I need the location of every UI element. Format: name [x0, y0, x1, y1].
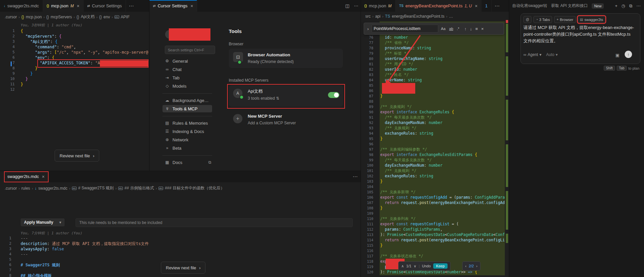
tab-mcp.json[interactable]: {}mcp.jsonM× — [43, 0, 84, 12]
close-icon[interactable]: × — [480, 26, 485, 31]
tab-swagger2ts.mdc[interactable]: ↓swagger2ts.mdc — [0, 0, 43, 12]
more-actions-icon[interactable]: ⋯ — [126, 3, 137, 9]
pager-left-icon[interactable]: ‹ — [465, 264, 467, 268]
sidebar-item-Indexing & Docs[interactable]: ☰Indexing & Docs — [162, 128, 212, 135]
model-dropdown[interactable]: Auto ▾ — [546, 52, 558, 57]
breadcrumb-item[interactable]: api — [375, 14, 381, 19]
tab-1[interactable]: 1 — [482, 0, 491, 12]
breadcrumb-item[interactable]: mcp.json — [26, 15, 42, 19]
models-icon: ◇ — [165, 84, 169, 88]
annotation-box-mcp-server — [227, 84, 345, 109]
breadcrumb-item[interactable]: ## 示例输出格式 — [125, 185, 154, 191]
more-icon[interactable]: ⋯ — [636, 3, 641, 8]
context-chip-swagger2ts[interactable]: ▤swagger2ts — [578, 16, 606, 23]
breadcrumb-item[interactable]: mcpServers — [51, 15, 72, 19]
code-token: CustomPageReturnData — [447, 232, 493, 237]
rule-description-input[interactable]: This rule needs to be mentioned to be in… — [76, 218, 353, 227]
more-actions-icon[interactable]: ⋯ — [491, 3, 502, 9]
history-icon[interactable]: ◷ — [621, 3, 625, 8]
new-mcp-server-subtitle: Add a Custom MCP Server — [248, 121, 296, 125]
whole-word-icon[interactable]: ab — [449, 26, 454, 31]
agent-mode-dropdown[interactable]: ∞ Agent ▾ — [523, 52, 541, 57]
code-line: /** 兑换规则编辑参数 */ — [380, 147, 505, 152]
new-mcp-server-card[interactable]: + New MCP Server Add a Custom MCP Server — [229, 111, 343, 131]
code-token: export — [380, 222, 396, 226]
undo-button[interactable]: Undo — [422, 264, 431, 268]
close-icon[interactable]: × — [475, 3, 478, 9]
chat-tab-1[interactable]: 自动化将swagger转 — [512, 3, 547, 9]
settings-search-input[interactable]: Search settings Ctrl+F — [165, 46, 215, 54]
more-actions-icon[interactable]: ⋯ — [350, 174, 361, 180]
rule-apply-mode-dropdown[interactable]: Apply Manually ▾ — [21, 218, 65, 226]
split-editor-icon[interactable]: ◫ — [343, 3, 352, 8]
breadcrumb-item[interactable]: ### 目标文件中的函数（优化后） — [165, 185, 224, 191]
context-chip-at[interactable]: @ — [523, 16, 531, 23]
sidebar-item-Tools & MCP[interactable]: ⋔Tools & MCP — [162, 105, 212, 112]
breadcrumb-item[interactable]: swagger2ts.mdc — [38, 186, 67, 191]
prev-change-icon[interactable]: ∧ — [401, 264, 404, 268]
overview-ruler[interactable] — [506, 12, 508, 277]
tab-mcp.json[interactable]: {}mcp.jsonM — [361, 0, 396, 12]
sidebar-item-Beta[interactable]: »Beta — [162, 144, 212, 152]
sidebar-item-Rules & Memories[interactable]: ▤Rules & Memories — [162, 119, 212, 127]
next-change-icon[interactable]: ∨ — [414, 264, 416, 268]
find-prev-icon[interactable]: ↑ — [463, 26, 468, 31]
sidebar-item-Models[interactable]: ◇Models — [162, 82, 212, 90]
pager-right-icon[interactable]: › — [476, 264, 478, 268]
external-link-icon: ⧉ — [207, 160, 212, 165]
code-token: /** 姓名 */ — [385, 72, 409, 77]
sidebar-item-label: Beta — [172, 146, 212, 151]
breadcrumb-item[interactable]: .cursor — [5, 186, 17, 191]
plus-icon[interactable]: + — [615, 3, 618, 8]
breadcrumb-item[interactable]: … — [449, 14, 453, 19]
sidebar-item-Network[interactable]: ⊕Network — [162, 136, 212, 143]
breadcrumb-item[interactable]: # Swagger2TS 规则 — [78, 185, 114, 191]
sidebar-item-Background Age…[interactable]: ☁Background Age… — [162, 97, 212, 104]
tab-badge: M — [70, 4, 74, 8]
divider — [149, 0, 150, 171]
code-token — [380, 46, 385, 50]
regex-icon[interactable]: .* — [456, 26, 460, 31]
new-chat-badge[interactable]: New — [592, 3, 604, 9]
sidebar-item-Tab[interactable]: ⇥Tab — [162, 74, 212, 81]
line-number: 109 — [361, 211, 373, 216]
breadcrumb-item[interactable]: .cursor — [5, 15, 17, 19]
code-token: /** 兑换规则 */ — [385, 126, 416, 130]
breadcrumb-item[interactable]: energyBeanExchangePoint.ts — [392, 14, 445, 19]
chat-tab-2[interactable]: 获取 API 文档和接口 — [551, 3, 588, 9]
image-attach-button[interactable]: ▣ — [615, 53, 619, 58]
find-filter-icon[interactable]: ≡ — [474, 26, 479, 31]
breadcrumb-item[interactable]: src — [365, 14, 371, 19]
sidebar-item-Chat[interactable]: ∞Chat — [162, 66, 212, 73]
breadcrumb-item[interactable]: env — [104, 15, 110, 19]
close-icon[interactable]: × — [77, 3, 79, 9]
windows-icon[interactable]: ⧉ — [629, 3, 632, 9]
find-collapse-icon[interactable]: › — [366, 26, 370, 31]
line-number: 88 — [361, 99, 373, 104]
match-case-icon[interactable]: Aa — [440, 26, 446, 31]
context-chip-3 Tabs[interactable]: ◔3 Tabs — [533, 16, 552, 23]
sidebar-item-General[interactable]: ⚙General — [162, 57, 212, 65]
line-number: 97 — [361, 147, 373, 152]
breadcrumb-item[interactable]: APIF — [121, 15, 130, 19]
sidebar-item-Docs[interactable]: ▦Docs⧉ — [162, 159, 212, 166]
breadcrumb-item[interactable]: rules — [21, 186, 30, 191]
keep-button[interactable]: Keep — [433, 263, 448, 269]
find-input[interactable] — [372, 25, 438, 33]
line-number: 85 — [361, 83, 373, 88]
send-button[interactable]: ↑ — [625, 51, 632, 58]
more-icon[interactable]: ⋯ — [352, 3, 361, 8]
find-next-icon[interactable]: ↓ — [469, 26, 473, 31]
close-icon[interactable]: × — [190, 3, 193, 9]
code-token: userName — [385, 78, 403, 82]
context-chip-Browser[interactable]: +Browser — [554, 16, 575, 23]
review-next-file-button[interactable]: Review next file › — [55, 150, 99, 162]
code-line: exchangeRules: string — [380, 173, 505, 179]
review-next-file-button[interactable]: Review next file › — [161, 262, 205, 274]
breadcrumb-item[interactable]: Api文档 — [81, 14, 95, 20]
tab-Cursor Settings[interactable]: ⇄Cursor Settings× — [149, 0, 197, 12]
tab-Cursor Settings[interactable]: ⇄Cursor Settings — [84, 0, 126, 12]
tab-energyBeanExchangePoint.ts[interactable]: TSenergyBeanExchangePoint.ts1, U× — [396, 0, 482, 12]
code-line — [21, 87, 149, 92]
line-number: 6 — [1, 262, 11, 268]
